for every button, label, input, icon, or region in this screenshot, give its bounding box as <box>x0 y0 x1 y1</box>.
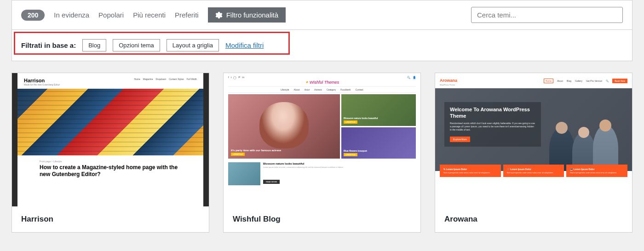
preview-side-image: Blue flowers bouquet LIFESTYLE <box>341 127 416 159</box>
preview-book-button: Book Now <box>612 79 627 83</box>
preview-post-excerpt: Lorem ipsum dolor sit amet, consectetur … <box>263 166 416 175</box>
theme-name: Wishful Blog <box>224 206 420 232</box>
preview-post-title: Blossom nature looks beautiful <box>263 162 416 165</box>
filter-tag-theme-options[interactable]: Opzioni tema <box>113 39 160 51</box>
preview-nav: Home About Blog Gallery Get Pro Version … <box>544 79 627 83</box>
gear-icon <box>215 11 223 19</box>
theme-count-badge: 200 <box>21 10 45 21</box>
theme-preview: Arowana WordPress Theme Home About Blog … <box>435 73 632 206</box>
preview-logo-sub: WordPress Theme <box>440 84 457 86</box>
tab-featured[interactable]: In evidenza <box>54 11 89 19</box>
filter-tag-grid-layout[interactable]: Layout a griglia <box>167 39 219 51</box>
preview-logo: Arowana <box>440 78 457 83</box>
theme-preview: ft◯Pin 🔍 👤 Wishful Themes LifestyleAbout… <box>224 73 420 206</box>
preview-post-thumb <box>228 162 260 185</box>
preview-breadcrumb: Front page > Lifestyle <box>40 160 181 163</box>
theme-preview: Harrison Made for the new Gutenberg Edit… <box>12 73 209 206</box>
preview-featured-title: It's party time with our famous actress <box>231 149 281 152</box>
modify-filters-link[interactable]: Modifica filtri <box>225 41 264 49</box>
preview-social-icons: ft◯Pin <box>228 76 244 79</box>
tab-recent[interactable]: Più recenti <box>133 11 166 19</box>
preview-category-badge: LIFESTYLE <box>231 153 245 156</box>
feature-filter-label: Filtro funzionalità <box>226 11 278 19</box>
search-icon: 🔍 <box>606 80 609 82</box>
preview-logo: Wishful Themes <box>228 80 416 85</box>
tab-popular[interactable]: Popolari <box>98 11 124 19</box>
preview-feature-box: 🛒 Lorem Ipsum Dolor Sed ut perspiciatis … <box>503 165 564 177</box>
preview-featured-image: It's party time with our famous actress … <box>228 94 340 159</box>
preview-feature-box: ✎ Lorem Ipsum Dolor Sed ut perspiciatis … <box>440 165 501 177</box>
preview-nav: HomeMagazineDropdownContent StylesFull W… <box>134 78 197 80</box>
preview-cta-button: Explore More <box>450 137 470 142</box>
tab-favorites[interactable]: Preferiti <box>175 11 199 19</box>
filter-tag-blog[interactable]: Blog <box>82 39 106 51</box>
preview-logo: Harrison <box>24 78 60 83</box>
preview-hero-text: Randomised words which don't look even s… <box>450 122 535 131</box>
search-input[interactable] <box>471 7 623 23</box>
preview-feature-box: 💻 Lorem Ipsum Dolor Sed ut perspiciatis … <box>566 165 627 177</box>
preview-header-icons: 🔍 👤 <box>407 76 416 79</box>
theme-card-wishful-blog[interactable]: ft◯Pin 🔍 👤 Wishful Themes LifestyleAbout… <box>223 73 421 233</box>
preview-hero-image <box>17 89 203 155</box>
filter-label: Filtrati in base a: <box>21 41 76 49</box>
preview-readmore-button: READ MORE <box>263 180 280 184</box>
theme-card-arowana[interactable]: Arowana WordPress Theme Home About Blog … <box>435 73 632 233</box>
theme-name: Harrison <box>12 206 209 232</box>
preview-hero: Welcome To Arowana WordPress Theme Rando… <box>435 88 632 171</box>
preview-tagline: Made for the new Gutenberg Editor <box>24 83 60 86</box>
preview-post-title: How to create a Magazine-styled home pag… <box>40 164 181 178</box>
preview-side-image: Blossom nature looks beautiful LIFESTYLE <box>341 94 416 126</box>
theme-name: Arowana <box>435 206 632 232</box>
theme-card-harrison[interactable]: Harrison Made for the new Gutenberg Edit… <box>12 73 209 233</box>
feature-filter-button[interactable]: Filtro funzionalità <box>208 7 286 23</box>
preview-nav: LifestyleAboutActorActressCategoryFoodba… <box>228 86 416 93</box>
preview-hero-title: Welcome To Arowana WordPress Theme <box>450 107 535 120</box>
